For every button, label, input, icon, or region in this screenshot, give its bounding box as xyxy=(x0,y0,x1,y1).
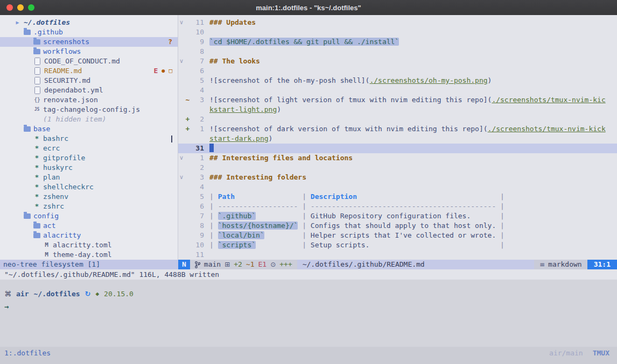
shell-file-icon: * xyxy=(33,153,40,163)
line-number: 8 xyxy=(191,47,204,56)
titlebar[interactable]: main:1:.dotfiles - "ks~/.dotfiles" xyxy=(0,0,617,15)
editor-line[interactable]: 2 xyxy=(178,163,617,173)
fold-column xyxy=(178,66,185,76)
line-number: 8 xyxy=(191,221,204,231)
tree-item-code-of-conduct-md[interactable]: CODE_OF_CONDUCT.md xyxy=(0,56,178,66)
tree-item-renovate-json[interactable]: {}renovate.json xyxy=(0,95,178,105)
line-number: 7 xyxy=(191,211,204,221)
editor-line[interactable]: 4 xyxy=(178,85,617,95)
folder-icon xyxy=(24,126,31,132)
tree-item-label: screenshots xyxy=(43,37,89,47)
git-sign-column xyxy=(185,134,191,144)
line-number: 9 xyxy=(191,37,204,47)
editor-line[interactable]: 9| `local/bin` | Helper scripts that I'v… xyxy=(178,231,617,240)
tree-item-bashrc[interactable]: *bashrc xyxy=(0,134,178,144)
tree-item-label: zshrc xyxy=(43,202,64,211)
tree-item-readme-md[interactable]: README.mdE●□ xyxy=(0,66,178,76)
text-segment: | xyxy=(256,212,311,220)
folder-icon xyxy=(33,39,40,45)
tree-item-github[interactable]: .github xyxy=(0,27,178,37)
tree-item-ecrc[interactable]: *ecrc xyxy=(0,144,178,153)
tree-item-alacritty[interactable]: alacritty xyxy=(0,231,178,240)
editor-line[interactable]: 11 xyxy=(178,250,617,260)
shell-file-icon: * xyxy=(33,134,40,144)
fold-column xyxy=(178,163,185,173)
tree-item-tag-changelog-config-js[interactable]: JStag-changelog-config.js xyxy=(0,105,178,115)
editor-line[interactable]: ∨3### Interesting folders xyxy=(178,173,617,182)
tree-item-1-hidden-item[interactable]: (1 hidden item) xyxy=(0,115,178,124)
shell-pane[interactable]: ⌘ air ~/.dotfiles ↻ ◆ 20.15.0 → 1:.dotfi… xyxy=(0,280,617,364)
close-button[interactable] xyxy=(6,4,13,11)
git-sign-column xyxy=(185,240,191,250)
tree-item-config[interactable]: config xyxy=(0,211,178,221)
text-segment: `hosts/{hostname}/` xyxy=(218,222,298,230)
text-segment: ![screenshot of dark version of tmux wit… xyxy=(209,125,488,133)
editor-line[interactable]: 10 xyxy=(178,27,617,37)
tree-item-zshenv[interactable]: *zshenv xyxy=(0,192,178,202)
editor-line[interactable]: 8 xyxy=(178,47,617,56)
editor-panel[interactable]: ∨11### Updates109`cd $HOME/.dotfiles && … xyxy=(178,15,617,260)
text-segment: | xyxy=(471,212,504,220)
editor-line[interactable]: 7| `.github` | GitHub Repository configu… xyxy=(178,211,617,221)
text-segment: kstart-light.png xyxy=(209,105,277,113)
tree-item-dependabot-yml[interactable]: dependabot.yml xyxy=(0,85,178,95)
tree-item-alacritty-toml[interactable]: Malacritty.toml xyxy=(0,240,178,250)
editor-line[interactable]: 9`cd $HOME/.dotfiles && git pull && ./in… xyxy=(178,37,617,47)
neo-tree-panel: ▶~/.dotfiles.githubscreenshots?workflows… xyxy=(0,15,178,260)
editor-line[interactable]: 10| `scripts` | Setup scripts. | xyxy=(178,240,617,250)
file-path: ~/.dotfiles/.github/README.md xyxy=(297,260,534,269)
line-number: 11 xyxy=(191,250,204,260)
tree-item-base[interactable]: base xyxy=(0,124,178,134)
editor-line[interactable]: 4 xyxy=(178,182,617,192)
editor-line[interactable]: ∨1## Interesting files and locations xyxy=(178,153,617,163)
window-title: main:1:.dotfiles - "ks~/.dotfiles" xyxy=(256,4,361,12)
os-icon: ⌘ xyxy=(4,289,11,299)
tree-item-gitprofile[interactable]: *gitprofile xyxy=(0,153,178,163)
editor-line[interactable]: 6| ------------------- | ---------------… xyxy=(178,202,617,211)
text-segment: | xyxy=(496,222,504,230)
tree-item-shellcheckrc[interactable]: *shellcheckrc xyxy=(0,182,178,192)
editor-line[interactable]: 6 xyxy=(178,66,617,76)
editor-line[interactable]: +2 xyxy=(178,115,617,124)
fold-column xyxy=(178,115,185,124)
diff-icon: ⊞ xyxy=(225,260,230,269)
minimize-button[interactable] xyxy=(17,4,24,11)
diff-added: +2 xyxy=(234,260,242,269)
editor-line[interactable]: start-dark.png) xyxy=(178,134,617,144)
zoom-button[interactable] xyxy=(28,4,34,11)
tmux-window-label[interactable]: 1:.dotfiles xyxy=(4,348,51,364)
js-icon: JS xyxy=(33,105,40,115)
text-segment: ./screenshots/oh-my-posh.png xyxy=(369,76,487,84)
editor-line[interactable]: +1![screenshot of dark version of tmux w… xyxy=(178,124,617,134)
tree-item-plan[interactable]: *plan xyxy=(0,173,178,182)
tree-item-screenshots[interactable]: screenshots? xyxy=(0,37,178,47)
prompt-arrow-icon[interactable]: → xyxy=(4,302,9,311)
editor-line[interactable]: 8| `hosts/{hostname}/` | Configs that sh… xyxy=(178,221,617,231)
git-sign-column xyxy=(185,144,191,153)
tree-item-zshrc[interactable]: *zshrc xyxy=(0,202,178,211)
git-sign-column xyxy=(185,231,191,240)
line-number: 5 xyxy=(191,192,204,202)
editor-line[interactable]: 5![screenshot of the oh-my-posh shell](.… xyxy=(178,76,617,85)
line-number: 4 xyxy=(191,85,204,95)
line-number: 7 xyxy=(191,56,204,66)
text-segment: | xyxy=(256,241,311,249)
tree-item-theme-day-toml[interactable]: Mtheme-day.toml xyxy=(0,250,178,260)
editor-line[interactable]: ∨11### Updates xyxy=(178,18,617,27)
tree-item-workflows[interactable]: workflows xyxy=(0,47,178,56)
tree-item-huskyrc[interactable]: *huskyrc xyxy=(0,163,178,173)
prompt-host: air xyxy=(16,289,29,299)
editor-line[interactable]: 5| Path | Description | xyxy=(178,192,617,202)
tree-item-label: config xyxy=(33,211,59,221)
tree-item-dotfiles[interactable]: ▶~/.dotfiles xyxy=(0,18,178,27)
line-content: | ------------------- | ----------------… xyxy=(204,202,504,211)
editor-line[interactable]: ∨7## The looks xyxy=(178,56,617,66)
tree-item-act[interactable]: act xyxy=(0,221,178,231)
editor-line[interactable]: ~3![screenshot of light version of tmux … xyxy=(178,95,617,105)
line-content: | Path | Description | xyxy=(204,192,504,202)
markdown-icon: ≡ xyxy=(539,260,545,269)
editor-line[interactable]: 31 xyxy=(178,144,617,153)
editor-line[interactable]: kstart-light.png) xyxy=(178,105,617,115)
git-branch-name: main xyxy=(204,260,221,269)
tree-item-security-md[interactable]: SECURITY.md xyxy=(0,76,178,85)
